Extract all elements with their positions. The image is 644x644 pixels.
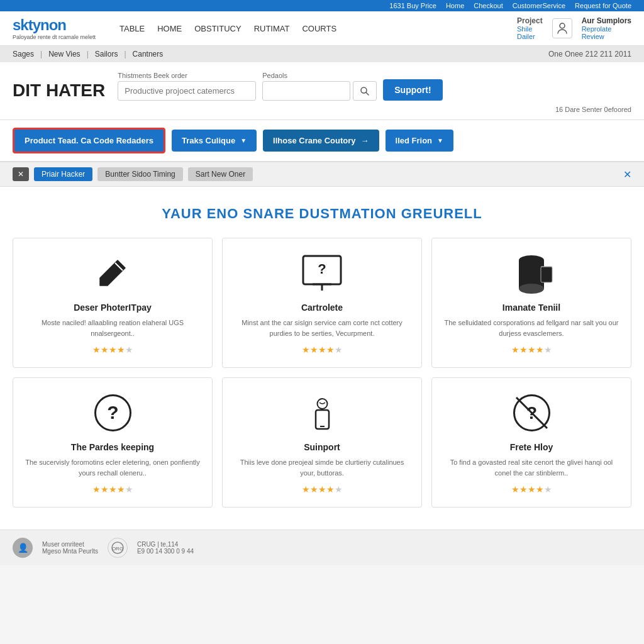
nav-obstitucy[interactable]: OBSTITUCY [194, 24, 241, 33]
breadcrumb-right: One Onee 212 211 2011 [548, 50, 631, 58]
search-row: DIT HATER Thistments Beek order Pedaols … [13, 72, 631, 101]
project-link-dailer[interactable]: Dailer [517, 33, 535, 40]
header-right: Project Shile Dailer Aur Sumplors Reprol… [517, 16, 631, 40]
card-2-stars: ★★★★★ [232, 345, 412, 355]
user-icon-btn[interactable] [552, 18, 572, 38]
aur-link-reprolate[interactable]: Reprolate [582, 25, 612, 33]
breadcrumb-left: Sages | New Vies | Sailors | Cantners [13, 50, 163, 58]
search-input-2[interactable] [262, 81, 350, 101]
search-label-2: Pedaols [262, 72, 377, 79]
footer-avatar: 👤 [13, 538, 33, 558]
svg-line-18 [516, 397, 547, 428]
svg-line-1 [366, 92, 369, 95]
card-3-title: Imanate Teniil [441, 303, 621, 313]
breadcrumb-sailors[interactable]: Sailors [95, 50, 118, 58]
filter-btn-ilhose[interactable]: Ilhose Crane Coutory → [263, 130, 379, 152]
card-5: Suinport Thiis leve done preojeal simde … [222, 377, 422, 508]
header: sktynon Paloyade rente dt rcamale melett… [0, 11, 644, 46]
filter-btn-product[interactable]: Product Tead. Ca Code Redaders [13, 128, 165, 153]
nav-rutimat[interactable]: RUTIMAT [254, 24, 290, 33]
breadcrumb-bar: Sages | New Vies | Sailors | Cantners On… [0, 46, 644, 62]
card-6-title: Frete Hloy [441, 442, 621, 452]
breadcrumb-sages[interactable]: Sages [13, 50, 34, 58]
project-link-shile[interactable]: Shile [517, 25, 532, 33]
tag-buntter-sidoo[interactable]: Buntter Sidoo Timing [97, 167, 182, 181]
aur-link-review[interactable]: Review [582, 33, 604, 40]
card-3-desc: The selluidated corsporations ad fellgar… [441, 318, 621, 338]
topbar-home[interactable]: Home [446, 2, 464, 9]
project-info: Project Shile Dailer [517, 16, 543, 40]
footer-user-sub: Mgeso Mnta Peurlts [42, 548, 98, 555]
support-button[interactable]: Support! [383, 79, 442, 101]
tag-close-icon[interactable]: ✕ [623, 169, 631, 180]
svg-rect-9 [541, 267, 552, 282]
nav-home[interactable]: HOME [157, 24, 182, 33]
logo-text[interactable]: sktynon [13, 16, 101, 34]
card-4: ? The Pardes keeping The sucervisly foro… [13, 377, 213, 508]
breadcrumb-sep1: | [40, 50, 42, 58]
result-count: 16 Dare Senter 0efoored [13, 106, 631, 113]
top-bar: 1631 Buy Price Home Checkout CustomerSer… [0, 0, 644, 11]
aur-label: Aur Sumplors [582, 16, 631, 25]
footer-org-info: CRUG | te,114 E9 00 14 300 0 9 44 [137, 541, 194, 555]
chevron-down-icon: ▼ [240, 137, 247, 144]
search-section: DIT HATER Thistments Beek order Pedaols … [0, 62, 644, 120]
filter-btn-lled[interactable]: lled Frion ▼ [386, 130, 453, 152]
svg-text:ORG: ORG [112, 546, 123, 552]
search-group-2: Pedaols [262, 72, 377, 101]
breadcrumb-sep2: | [87, 50, 89, 58]
topbar-buy-price[interactable]: 1631 Buy Price [389, 2, 436, 9]
tag-sart-new[interactable]: Sart New Oner [188, 167, 253, 181]
section-title: YAUR ENO SNARE DUSTMATION GREURELL [13, 206, 631, 222]
card-6: ? Frete Hloy To find a govasted real sit… [431, 377, 631, 508]
card-4-stars: ★★★★★ [23, 484, 203, 494]
footer-user-name: Muser omriteet [42, 541, 98, 548]
pencil-icon [23, 251, 203, 295]
card-1-desc: Moste naciled! allaabling reation elaher… [23, 318, 203, 338]
breadcrumb-new-vies[interactable]: New Vies [48, 50, 80, 58]
tag-row: ✕ Priair Hacker Buntter Sidoo Timing Sar… [0, 162, 644, 187]
svg-text:?: ? [318, 261, 326, 277]
tag-clear-all-button[interactable]: ✕ [13, 167, 29, 181]
chevron-down-icon-2: ▼ [437, 137, 443, 144]
topbar-customer-service[interactable]: CustomerService [513, 2, 565, 9]
breadcrumb-sep3: | [124, 50, 126, 58]
nav-courts[interactable]: COURTS [302, 24, 336, 33]
card-3-stars: ★★★★★ [441, 345, 621, 355]
phone-support-icon [232, 391, 412, 435]
card-4-title: The Pardes keeping [23, 442, 203, 452]
monitor-question-icon: ? [232, 251, 412, 295]
cards-grid-top: Deser PhoterITpay Moste naciled! allaabl… [13, 238, 631, 368]
search-label-1: Thistments Beek order [118, 72, 256, 79]
main-nav: TABLE HOME OBSTITUCY RUTIMAT COURTS [119, 24, 498, 33]
search-input-1[interactable] [118, 81, 256, 101]
card-1-stars: ★★★★★ [23, 345, 203, 355]
breadcrumb-cantners[interactable]: Cantners [133, 50, 164, 58]
search-group-1: Thistments Beek order [118, 72, 256, 101]
topbar-request-quote[interactable]: Request for Quote [575, 2, 631, 9]
aur-info: Aur Sumplors Reprolate Review [582, 16, 631, 40]
topbar-checkout[interactable]: Checkout [474, 2, 502, 9]
card-5-title: Suinport [232, 442, 412, 452]
logo-area: sktynon Paloyade rente dt rcamale melett [13, 16, 101, 40]
card-4-desc: The sucervisly foromotins ecler eleterin… [23, 457, 203, 478]
tag-priair-hacker[interactable]: Priair Hacker [34, 167, 92, 181]
footer-org-sub: E9 00 14 300 0 9 44 [137, 548, 194, 555]
card-1-title: Deser PhoterITpay [23, 303, 203, 313]
search-icon-button[interactable] [353, 81, 377, 101]
svg-text:?: ? [107, 402, 118, 423]
card-2-desc: Minst ant the car sislgn service cam cor… [232, 318, 412, 338]
card-5-stars: ★★★★★ [232, 484, 412, 494]
cards-grid-bottom: ? The Pardes keeping The sucervisly foro… [13, 377, 631, 508]
arrow-right-icon: → [361, 136, 369, 145]
page-title: DIT HATER [13, 80, 105, 101]
footer-user-info: Muser omriteet Mgeso Mnta Peurlts [42, 541, 98, 555]
card-6-desc: To find a govasted real site cenort the … [441, 457, 621, 478]
help-circle-icon: ? [23, 391, 203, 435]
aur-links[interactable]: Reprolate Review [582, 25, 631, 40]
footer-org-logo: ORG [108, 538, 128, 558]
filter-btn-traks[interactable]: Traks Culique ▼ [172, 130, 257, 152]
card-5-desc: Thiis leve done preojeal simde be clurti… [232, 457, 412, 478]
project-links[interactable]: Shile Dailer [517, 25, 543, 40]
nav-table[interactable]: TABLE [119, 24, 145, 33]
